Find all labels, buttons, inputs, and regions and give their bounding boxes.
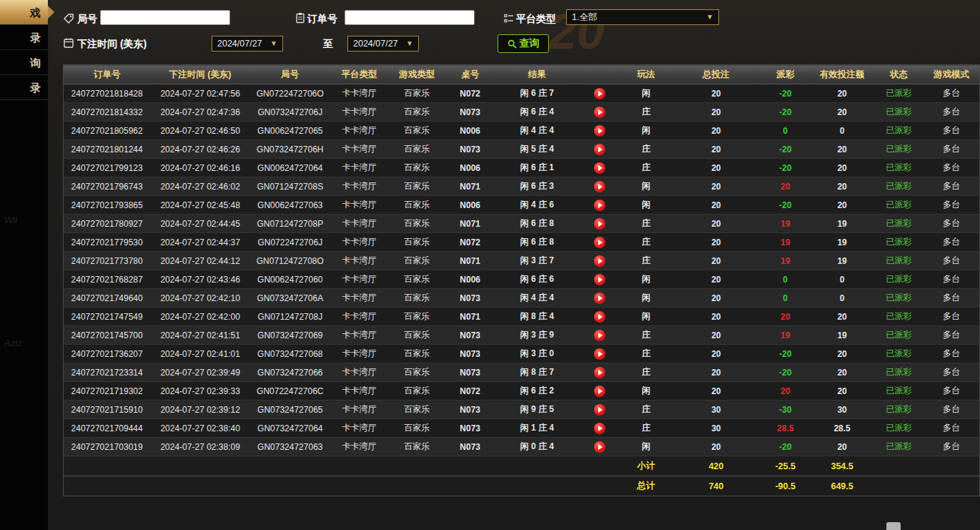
cell-game-type: 百家乐 xyxy=(389,233,445,252)
cell-replay xyxy=(579,122,620,140)
cell-order-number: 240727021779530 xyxy=(64,233,151,252)
cell-valid-bet: 20 xyxy=(810,84,874,103)
cell-order-number: 240727021780927 xyxy=(64,215,151,233)
play-replay-button[interactable] xyxy=(594,404,605,416)
sidebar-item-query[interactable]: 询 xyxy=(0,50,48,75)
cell-game-type: 百家乐 xyxy=(389,308,445,326)
table-row: 2407270218012442024-07-27 02:46:26GN0732… xyxy=(64,140,980,159)
cell-status: 已派彩 xyxy=(874,140,924,159)
cell-total-bet: 20 xyxy=(672,215,761,233)
cell-status: 已派彩 xyxy=(874,345,924,363)
table-row: 2407270217795302024-07-27 02:44:37GN0722… xyxy=(64,233,980,252)
subtotal-payout: -25.5 xyxy=(761,456,810,476)
cutoff-bottom-control[interactable] xyxy=(886,522,901,530)
cell-game-mode: 多台 xyxy=(924,159,979,177)
cell-round-id: GN00624727063 xyxy=(250,196,330,215)
col-header-total-bet: 总投注 xyxy=(672,65,761,84)
cell-valid-bet: 20 xyxy=(810,382,874,401)
tag-icon xyxy=(63,13,74,24)
cell-bet-time: 2024-07-27 02:41:51 xyxy=(150,326,250,345)
cell-payout: -20 xyxy=(761,84,810,103)
cell-valid-bet: 30 xyxy=(810,401,874,419)
cell-payout: -20 xyxy=(761,103,810,122)
play-replay-button[interactable] xyxy=(594,367,605,378)
cell-replay xyxy=(579,270,620,289)
cell-result: 闲 4 庄 6 xyxy=(495,196,579,215)
cell-round-id: GN0732472706J xyxy=(250,103,330,122)
round-number-input[interactable] xyxy=(100,10,230,25)
cell-total-bet: 20 xyxy=(672,252,761,270)
chevron-down-icon: ▼ xyxy=(406,36,413,51)
cell-game-mode: 多台 xyxy=(924,401,979,419)
table-row: 2407270217362072024-07-27 02:41:01GN0732… xyxy=(64,345,980,363)
play-replay-button[interactable] xyxy=(594,293,605,304)
cell-result: 闲 6 庄 8 xyxy=(495,233,579,252)
play-replay-button[interactable] xyxy=(594,237,605,248)
play-replay-button[interactable] xyxy=(594,218,605,230)
play-replay-button[interactable] xyxy=(594,274,605,285)
play-replay-button[interactable] xyxy=(594,162,605,174)
watermark-text: Wil xyxy=(4,215,17,225)
date-from-value: 2024/07/27 xyxy=(217,36,262,51)
clipboard-icon xyxy=(295,12,306,24)
cell-result: 闲 8 庄 4 xyxy=(495,308,579,326)
play-replay-button[interactable] xyxy=(594,107,605,118)
play-replay-button[interactable] xyxy=(594,181,605,192)
play-replay-button[interactable] xyxy=(594,311,605,323)
sidebar-item-record-1[interactable]: 录 xyxy=(0,25,48,50)
cell-bet-time: 2024-07-27 02:44:37 xyxy=(150,233,250,252)
cell-platform-type: 卡卡湾厅 xyxy=(330,401,389,419)
cell-bet-time: 2024-07-27 02:46:50 xyxy=(150,122,250,140)
cell-status: 已派彩 xyxy=(874,419,924,438)
sidebar: 戏 录 询 录 Wil Aziz xyxy=(0,0,49,530)
play-replay-button[interactable] xyxy=(594,348,605,360)
cell-platform-type: 卡卡湾厅 xyxy=(330,122,389,140)
cell-result: 闲 1 庄 4 xyxy=(495,419,579,438)
cell-order-number: 240727021723314 xyxy=(64,363,151,382)
subtotal-spacer xyxy=(874,456,980,476)
cell-platform-type: 卡卡湾厅 xyxy=(330,159,389,177)
play-replay-button[interactable] xyxy=(594,386,605,397)
platform-type-select[interactable]: 1.全部 ▼ xyxy=(566,9,719,25)
cell-status: 已派彩 xyxy=(874,177,924,196)
play-replay-button[interactable] xyxy=(594,125,605,137)
table-row: 2407270217475492024-07-27 02:42:00GN0712… xyxy=(64,308,980,326)
cell-replay xyxy=(579,215,620,233)
play-replay-button[interactable] xyxy=(594,441,605,453)
cell-round-id: GN0722472706O xyxy=(250,84,330,103)
table-row: 2407270217967432024-07-27 02:46:02GN0712… xyxy=(64,177,980,196)
cell-round-id: GN07324727065 xyxy=(250,401,330,419)
cell-payout: -20 xyxy=(761,196,810,215)
play-replay-button[interactable] xyxy=(594,200,605,211)
play-replay-button[interactable] xyxy=(594,330,605,341)
search-button[interactable]: 查询 xyxy=(498,34,549,53)
cell-replay xyxy=(579,196,620,215)
sidebar-item-game[interactable]: 戏 xyxy=(0,0,48,25)
date-from-select[interactable]: 2024/07/27 ▼ xyxy=(212,36,283,51)
order-number-input[interactable] xyxy=(345,10,475,25)
play-replay-button[interactable] xyxy=(594,255,605,267)
play-replay-button[interactable] xyxy=(594,88,605,99)
col-header-valid-bet: 有效投注额 xyxy=(810,65,874,84)
cell-order-number: 240727021768287 xyxy=(64,270,151,289)
cell-game-mode: 多台 xyxy=(924,270,979,289)
play-replay-button[interactable] xyxy=(594,423,605,434)
date-to-select[interactable]: 2024/07/27 ▼ xyxy=(347,36,419,51)
cell-table-number: N073 xyxy=(445,438,495,456)
play-replay-button[interactable] xyxy=(594,144,605,155)
cell-total-bet: 30 xyxy=(672,419,761,438)
sidebar-item-record-2[interactable]: 录 xyxy=(0,75,48,100)
table-row: 2407270217030192024-07-27 02:38:09GN0732… xyxy=(64,438,980,456)
cell-round-id: GN0732472706H xyxy=(250,140,330,159)
cell-total-bet: 20 xyxy=(672,233,761,252)
sidebar-item-label: 录 xyxy=(30,31,41,44)
cell-replay xyxy=(579,382,620,401)
cell-bet-time: 2024-07-27 02:47:36 xyxy=(150,103,250,122)
cell-valid-bet: 0 xyxy=(810,270,874,289)
col-header-game-mode: 游戏模式 xyxy=(924,65,979,84)
cell-table-number: N073 xyxy=(445,419,495,438)
subtotal-row: 小计 420 -25.5 354.5 xyxy=(64,456,980,476)
cell-game-mode: 多台 xyxy=(924,308,979,326)
cell-bet-type: 庄 xyxy=(620,140,672,159)
sidebar-item-label: 戏 xyxy=(30,6,41,19)
